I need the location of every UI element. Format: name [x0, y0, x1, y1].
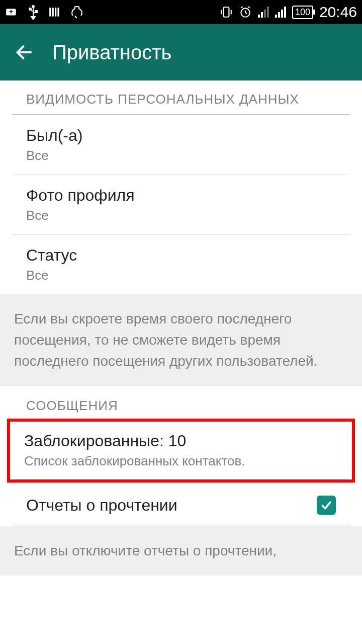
- app-bar: Приватность: [0, 24, 362, 80]
- svg-point-2: [32, 6, 34, 8]
- setting-last-seen-value: Все: [26, 148, 336, 164]
- svg-line-20: [248, 7, 249, 8]
- svg-text:+: +: [9, 7, 14, 16]
- battery-level: 100: [295, 7, 310, 18]
- setting-status-value: Все: [26, 268, 336, 283]
- svg-marker-8: [31, 17, 35, 20]
- setting-read-receipts[interactable]: Отчеты о прочтении: [12, 482, 350, 526]
- setting-status-title: Статус: [26, 246, 336, 265]
- app-notification-icon: [70, 6, 83, 19]
- svg-rect-12: [57, 8, 59, 16]
- setting-blocked-contacts[interactable]: Заблокированные: 10 Список заблокированн…: [15, 422, 347, 479]
- setting-profile-photo-title: Фото профиля: [26, 186, 336, 205]
- svg-line-19: [241, 7, 242, 8]
- setting-last-seen[interactable]: Был(-а) Все: [12, 115, 350, 175]
- setting-blocked-subtitle: Список заблокированных контактов.: [24, 453, 338, 469]
- alarm-icon: [239, 6, 252, 19]
- status-bar: + 100 20:46: [0, 0, 362, 24]
- usb-icon: [27, 5, 39, 20]
- section-header-messages: СООБЩЕНИЯ: [0, 386, 362, 419]
- read-receipts-info-text: Если вы отключите отчеты о прочтении,: [0, 526, 362, 576]
- read-receipts-checkbox[interactable]: [317, 496, 336, 515]
- setting-blocked-title: Заблокированные: 10: [24, 432, 338, 450]
- battery-icon: 100: [292, 6, 313, 19]
- signal-icon-1: [258, 7, 269, 18]
- section-header-visibility: ВИДИМОСТЬ ПЕРСОНАЛЬНЫХ ДАННЫХ: [12, 80, 350, 115]
- clock-time: 20:46: [319, 4, 357, 21]
- svg-rect-11: [55, 8, 56, 16]
- page-title: Приватность: [52, 41, 171, 64]
- vibrate-icon: [220, 6, 233, 19]
- svg-rect-10: [52, 8, 54, 16]
- status-left-icons: +: [5, 5, 83, 20]
- barcode-icon: [48, 6, 61, 19]
- setting-status[interactable]: Статус Все: [12, 235, 350, 294]
- setting-read-receipts-title: Отчеты о прочтении: [26, 496, 177, 515]
- svg-line-18: [245, 13, 247, 14]
- setting-profile-photo[interactable]: Фото профиля Все: [12, 175, 350, 235]
- highlighted-annotation: Заблокированные: 10 Список заблокированн…: [7, 419, 355, 482]
- notification-icon: +: [5, 6, 18, 19]
- svg-rect-7: [35, 11, 37, 13]
- signal-icon-2: [275, 7, 286, 18]
- svg-point-6: [29, 8, 31, 10]
- checkmark-icon: [320, 499, 333, 512]
- setting-last-seen-title: Был(-а): [26, 126, 336, 145]
- content-area: ВИДИМОСТЬ ПЕРСОНАЛЬНЫХ ДАННЫХ Был(-а) Вс…: [0, 80, 362, 576]
- setting-profile-photo-value: Все: [26, 208, 336, 223]
- svg-rect-13: [223, 7, 229, 17]
- back-arrow-icon[interactable]: [14, 42, 34, 62]
- svg-rect-9: [49, 8, 51, 16]
- status-right-icons: 100 20:46: [220, 4, 357, 21]
- visibility-info-text: Если вы скроете время своего последнего …: [0, 294, 362, 386]
